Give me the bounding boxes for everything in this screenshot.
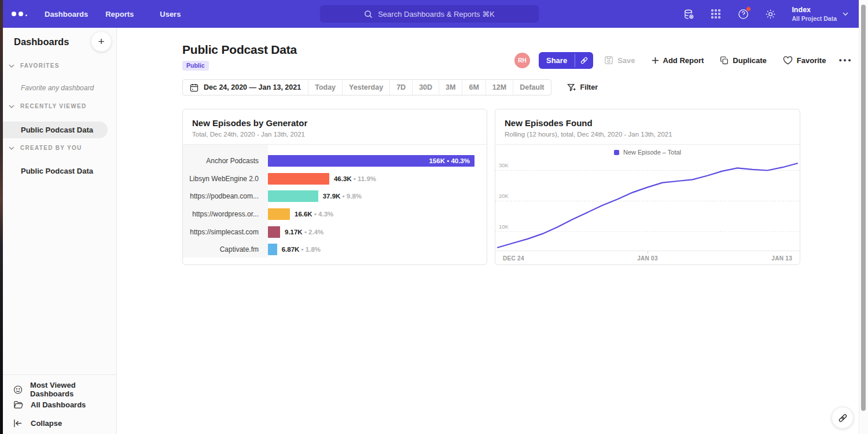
bar-track: 156K • 40.3% xyxy=(268,155,475,167)
preset-3m[interactable]: 3M xyxy=(439,80,462,95)
bar-row[interactable]: https://podbean.com...37.9K • 9.8% xyxy=(183,187,475,205)
settings-gear-icon[interactable] xyxy=(764,8,776,20)
bar-fill[interactable] xyxy=(268,226,280,238)
share-link-icon[interactable] xyxy=(575,52,593,69)
bar-category-label: https://podbean.com... xyxy=(183,192,268,200)
favorites-empty-hint: Favorite any dashboard xyxy=(21,84,94,92)
filter-button[interactable]: Filter xyxy=(567,83,598,92)
project-name: Index xyxy=(792,6,837,14)
bar-chart-card[interactable]: New Episodes by Generator Total, Dec 24t… xyxy=(182,109,487,265)
scrollbar-track[interactable] xyxy=(859,0,868,434)
section-created-by-you[interactable]: CREATED BY YOU xyxy=(3,145,82,151)
preset-30d[interactable]: 30D xyxy=(412,80,439,95)
search-input[interactable]: Search Dashboards & Reports ⌘K xyxy=(320,5,539,23)
section-recently-viewed[interactable]: RECENTLY VIEWED xyxy=(3,103,87,109)
bar-fill[interactable]: 156K • 40.3% xyxy=(268,155,475,167)
all-dashboards-button[interactable]: All Dashboards xyxy=(13,400,86,410)
bar-value-label: 156K • 40.3% xyxy=(429,157,475,164)
bar-fill[interactable] xyxy=(268,208,290,220)
bar-fill[interactable] xyxy=(268,173,329,185)
nav-users[interactable]: Users xyxy=(160,10,181,19)
bar-fill[interactable] xyxy=(268,244,277,255)
favorite-button[interactable]: Favorite xyxy=(783,56,826,65)
preset-6m[interactable]: 6M xyxy=(462,80,485,95)
xtick-dec24: DEC 24 xyxy=(503,255,524,262)
save-button[interactable]: Save xyxy=(604,56,635,65)
logo-dot xyxy=(25,14,27,16)
add-dashboard-button[interactable]: + xyxy=(91,32,111,52)
xtick-jan03: JAN 03 xyxy=(637,255,658,262)
chevron-down-icon xyxy=(9,64,14,68)
date-range-button[interactable]: Dec 24, 2020 — Jan 13, 2021 xyxy=(183,80,308,95)
help-icon[interactable] xyxy=(737,8,749,20)
page-title: Public Podcast Data xyxy=(182,43,297,57)
preset-yesterday[interactable]: Yesterday xyxy=(342,80,389,95)
line-chart-header: New Episodes Found Rolling (12 hours), t… xyxy=(495,109,800,145)
collapse-sidebar-button[interactable]: Collapse xyxy=(13,419,62,428)
nav-reports[interactable]: Reports xyxy=(105,10,142,19)
smiley-icon xyxy=(13,385,23,395)
section-recently-viewed-label: RECENTLY VIEWED xyxy=(20,103,87,109)
logo-dot xyxy=(12,12,16,16)
nav-users-label: Users xyxy=(160,10,181,19)
project-selector[interactable]: Index All Project Data xyxy=(792,6,848,22)
nav-dashboards-label: Dashboards xyxy=(45,10,88,19)
bar-fill[interactable] xyxy=(268,190,318,202)
bar-category-label: https://simplecast.com xyxy=(183,228,268,236)
svg-text:30K: 30K xyxy=(499,163,509,169)
bar-track: 9.17K • 2.4% xyxy=(268,226,475,238)
save-icon xyxy=(604,56,613,65)
background-window-edge xyxy=(0,0,3,434)
logo-dot xyxy=(19,12,23,16)
bar-row[interactable]: Captivate.fm6.87K • 1.8% xyxy=(183,241,475,259)
duplicate-icon xyxy=(720,56,729,65)
line-chart-legend[interactable]: New Episode – Total xyxy=(495,145,800,160)
bar-rows: Anchor Podcasts156K • 40.3%Libsyn WebEng… xyxy=(183,152,475,259)
apps-grid-icon[interactable] xyxy=(710,8,722,20)
bar-track: 46.3K • 11.9% xyxy=(268,173,475,185)
sidebar-item-public-podcast-data-2[interactable]: Public Podcast Data xyxy=(21,167,93,175)
line-chart-svg: 10K20K30K xyxy=(495,160,800,251)
more-options-button[interactable]: ●●● xyxy=(838,57,852,63)
chevron-down-icon xyxy=(843,12,848,16)
collapse-icon xyxy=(13,419,23,428)
add-report-label: Add Report xyxy=(663,56,704,65)
preset-7d[interactable]: 7D xyxy=(389,80,412,95)
most-viewed-dashboards-button[interactable]: Most Viewed Dashboards xyxy=(13,381,116,398)
nav-dashboards[interactable]: Dashboards xyxy=(45,10,88,19)
bar-row[interactable]: Anchor Podcasts156K • 40.3% xyxy=(183,152,475,170)
share-button[interactable]: Share xyxy=(539,52,593,69)
plus-icon xyxy=(652,57,659,64)
bar-row[interactable]: https://simplecast.com9.17K • 2.4% xyxy=(183,223,475,241)
date-range-group: Dec 24, 2020 — Jan 13, 2021 TodayYesterd… xyxy=(182,79,551,95)
brand-logo[interactable] xyxy=(12,12,27,16)
scrollbar-thumb[interactable] xyxy=(861,5,866,411)
sidebar: Dashboards + FAVORITES Favorite any dash… xyxy=(3,28,117,434)
data-sources-icon[interactable] xyxy=(683,8,694,20)
bar-value-label: 16.6K • 4.3% xyxy=(295,211,333,218)
avatar[interactable]: RH xyxy=(514,53,530,68)
line-chart-title: New Episodes Found xyxy=(505,118,790,128)
preset-12m[interactable]: 12M xyxy=(486,80,513,95)
bar-chart-subtitle: Total, Dec 24th, 2020 - Jan 13th, 2021 xyxy=(192,131,477,138)
bar-row[interactable]: Libsyn WebEngine 2.046.3K • 11.9% xyxy=(183,170,475,188)
sidebar-item-public-podcast-data[interactable]: Public Podcast Data xyxy=(21,126,93,134)
header-actions: RH Share Save Add Report Duplicate Favor… xyxy=(514,52,852,68)
add-report-button[interactable]: Add Report xyxy=(652,56,704,65)
bar-row[interactable]: https://wordpress.or...16.6K • 4.3% xyxy=(183,205,475,223)
bar-value-label: 46.3K • 11.9% xyxy=(334,175,376,182)
notification-badge xyxy=(746,6,751,12)
line-chart-card[interactable]: New Episodes Found Rolling (12 hours), t… xyxy=(495,109,800,265)
section-favorites[interactable]: FAVORITES xyxy=(3,62,60,69)
get-link-fab[interactable] xyxy=(832,407,854,429)
line-chart-xaxis: DEC 24 JAN 03 JAN 13 xyxy=(495,251,800,265)
sidebar-footer: Most Viewed Dashboards All Dashboards Co… xyxy=(3,374,116,434)
project-scope: All Project Data xyxy=(792,15,837,22)
bar-track: 37.9K • 9.8% xyxy=(268,190,475,202)
legend-swatch xyxy=(614,150,619,155)
preset-default[interactable]: Default xyxy=(513,80,550,95)
preset-today[interactable]: Today xyxy=(308,80,342,95)
filter-label: Filter xyxy=(580,83,598,91)
duplicate-button[interactable]: Duplicate xyxy=(720,56,767,65)
bar-chart-body: Anchor Podcasts156K • 40.3%Libsyn WebEng… xyxy=(183,145,487,266)
